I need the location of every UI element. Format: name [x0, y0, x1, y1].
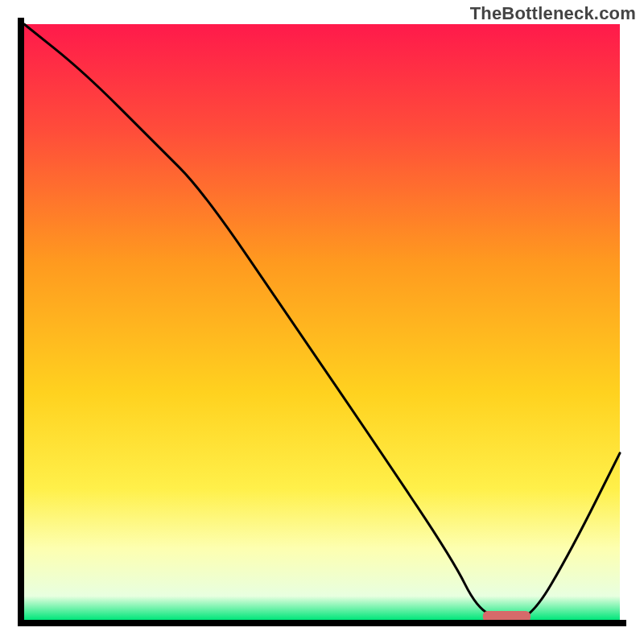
y-axis	[18, 18, 24, 626]
chart-container: TheBottleneck.com	[0, 0, 644, 644]
x-axis	[18, 620, 626, 626]
watermark-text: TheBottleneck.com	[470, 3, 636, 24]
plot-background	[24, 24, 620, 620]
bottleneck-chart	[0, 0, 644, 644]
